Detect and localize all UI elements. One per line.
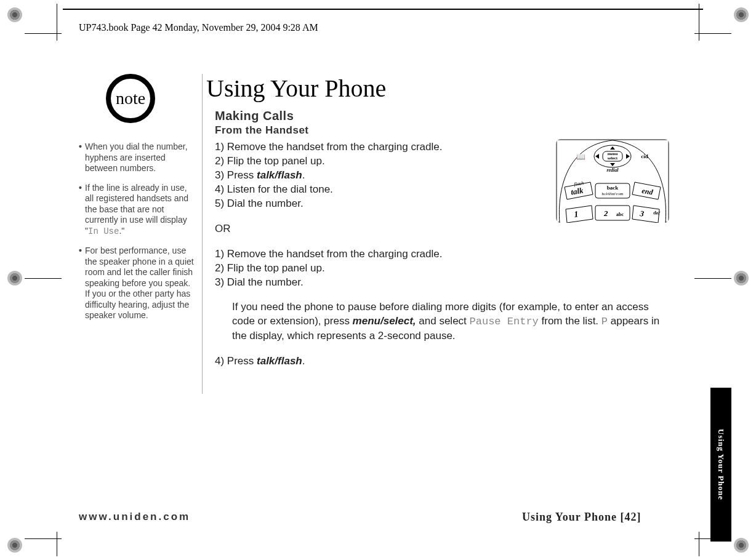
note-text: When you dial the number, hyphens are in… [85,142,196,174]
text: . [302,355,305,367]
note-text: If the line is already in use, all regis… [85,183,196,238]
redial-label: redial [606,167,619,173]
cid-label: cid [641,153,648,159]
handset-illustration: menu select redial 📖 cid flash talk back… [556,139,669,223]
pause-paragraph: If you need the phone to pause before di… [232,300,670,343]
crop-mark [699,532,699,556]
note-text: For best performance, use the speaker ph… [85,246,196,321]
steps-method-b: 1) Remove the handset from the charging … [215,247,670,290]
text: from the list. [539,315,601,327]
step-line: 1) Remove the handset from the charging … [215,247,670,262]
crop-mark [694,33,731,34]
key-label: talk/flash [257,169,302,181]
bullet-icon: • [79,246,85,321]
phonebook-icon: 📖 [576,152,585,161]
thumb-tab: Using Your Phone [710,388,731,542]
end-label: end [641,186,654,197]
registration-mark [7,538,22,553]
menu-select-key-label: menu/select, [353,315,416,327]
svg-rect-9 [595,206,630,220]
key-2: 2 [603,209,608,218]
step-line: 2) Flip the top panel up. [215,262,670,276]
crop-mark [25,278,62,279]
lcd-text: In Use [88,226,119,236]
key-3-letters: def [653,210,661,216]
lcd-text-pause-entry: Pause Entry [470,316,539,327]
registration-mark [7,271,22,286]
note-item: •For best performance, use the speaker p… [79,246,196,321]
page-title: Using Your Phone [206,74,674,103]
select-label: select [608,156,618,161]
note-item: •When you dial the number, hyphens are i… [79,142,196,174]
crop-mark [57,4,57,41]
registration-mark [734,7,749,22]
framemaker-header: UP743.book Page 42 Monday, November 29, … [79,22,318,33]
crop-mark [694,278,731,279]
section-heading: Making Calls [215,109,674,123]
text: 4) Press [215,355,257,367]
step-4: 4) Press talk/flash. [215,354,670,369]
back-label: back [607,185,619,191]
footer-url: www.uniden.com [79,511,190,523]
lcd-text-p: P [601,316,608,327]
crop-mark [63,9,703,10]
crop-mark [57,532,57,556]
step-line: 3) Dial the number. [215,276,670,290]
note-list: •When you dial the number, hyphens are i… [79,142,196,321]
footer-page-label: Using Your Phone [42] [522,511,641,524]
talk-label: talk [570,185,584,196]
crop-mark [25,33,62,34]
note-item: •If the line is already in use, all regi… [79,183,196,238]
note-badge-icon: note [106,74,155,123]
registration-mark [734,271,749,286]
or-label: OR [215,222,670,236]
note-sidebar: note •When you dial the number, hyphens … [79,74,196,330]
subsection-heading: From the Handset [215,124,674,137]
talk-flash-key-label: talk/flash [257,355,302,367]
crop-mark [25,538,62,539]
key-2-letters: abc [616,212,624,217]
bullet-icon: • [79,142,85,174]
text: and select [416,315,470,327]
registration-mark [7,7,22,22]
bullet-icon: • [79,183,85,238]
registration-mark [734,538,749,553]
hold-label: hold/int'com [601,191,624,196]
main-content: Using Your Phone Making Calls From the H… [202,74,674,394]
